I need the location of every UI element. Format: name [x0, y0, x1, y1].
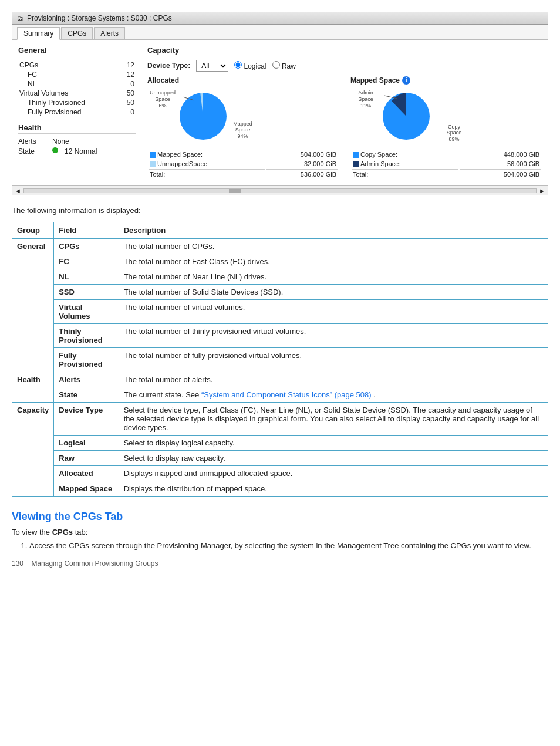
- mapped-space-title: Mapped Space i: [350, 76, 542, 85]
- vv-label: Virtual Volumes: [19, 89, 122, 97]
- fc-desc: The total number of Fast Class (FC) driv…: [119, 254, 548, 269]
- device-type-select[interactable]: All FC NL SSD: [196, 60, 228, 72]
- panel-title-text: Provisioning : Storage Systems : S030 : …: [27, 14, 172, 22]
- alerts-row: Alerts None: [18, 137, 136, 146]
- state-desc: The current state. See “System and Compo…: [119, 387, 548, 403]
- table-row: Capacity Device Type Select the device t…: [12, 403, 548, 436]
- nl-value: 0: [123, 80, 134, 88]
- vv-value: 50: [123, 89, 134, 97]
- legend-row: UnmappedSpace: 32.000 GiB: [149, 160, 338, 168]
- general-section-title: General: [18, 46, 136, 56]
- field-header: Field: [54, 222, 119, 239]
- scrollbar-track[interactable]: [23, 188, 537, 193]
- mapped-pie-label-right: CopySpace89%: [438, 124, 470, 143]
- cpgs-field: CPGs: [54, 239, 119, 254]
- raw-desc: Select to display raw capacity.: [119, 451, 548, 466]
- page-text: Managing Common Provisioning Groups: [31, 559, 158, 568]
- health-section: Health Alerts None State 12 Normal: [18, 123, 136, 156]
- ssd-field: SSD: [54, 285, 119, 300]
- alerts-label: Alerts: [18, 137, 48, 146]
- page-number: 130: [12, 559, 23, 568]
- table-row: NL The total number of Near Line (NL) dr…: [12, 269, 548, 285]
- state-field: State: [54, 387, 119, 403]
- screenshot-panel: 🗂 Provisioning : Storage Systems : S030 …: [12, 12, 548, 195]
- table-row: Thinly Provisioned 50: [19, 99, 134, 107]
- panel-scrollbar[interactable]: ◄ ►: [12, 185, 548, 195]
- vv-desc: The total number of virtual volumes.: [119, 300, 548, 324]
- mapped-pie-wrapper: AdminSpace11% CopySpace89%: [350, 87, 444, 146]
- logical-desc: Select to display logical capacity.: [119, 436, 548, 451]
- table-row: FC 12: [19, 70, 134, 79]
- tab-cpgs[interactable]: CPGs: [61, 27, 93, 39]
- mapped-space-chart-section: Mapped Space i AdminSpace11%: [350, 76, 542, 180]
- total-row: Total: 504.000 GiB: [352, 169, 541, 178]
- fc-field: FC: [54, 254, 119, 269]
- logical-radio-label[interactable]: Logical: [234, 61, 266, 70]
- panel-title-icon: 🗂: [17, 15, 23, 22]
- tab-summary[interactable]: Summary: [17, 27, 60, 40]
- general-table: CPGs 12 FC 12 NL 0 Virtual Volumes 50 Th…: [18, 60, 136, 117]
- total-row: Total: 536.000 GiB: [149, 169, 338, 178]
- tp-label: Thinly Provisioned: [19, 99, 122, 107]
- health-group-cell: Health: [12, 372, 54, 403]
- legend-row: Copy Space: 448.000 GiB: [352, 150, 541, 158]
- fp-field: Fully Provisioned: [54, 348, 119, 372]
- cpgs-value: 12: [123, 61, 134, 69]
- allocated-pie-wrapper: UnmappedSpace6%: [147, 87, 241, 146]
- table-row: State The current state. See “System and…: [12, 387, 548, 403]
- allocated-chart-section: Allocated UnmappedSpace6%: [147, 76, 339, 180]
- allocated-pie-label-right: MappedSpace94%: [227, 121, 259, 140]
- state-row: State 12 Normal: [18, 147, 136, 156]
- device-type-label: Device Type:: [147, 62, 190, 70]
- alerts-desc: The total number of alerts.: [119, 372, 548, 387]
- admin-color-swatch: [353, 161, 359, 167]
- device-type-desc: Select the device type, Fast Class (FC),…: [119, 403, 548, 436]
- state-label: State: [18, 147, 48, 156]
- mapped-value: 504.000 GiB: [266, 150, 338, 158]
- admin-value: 56.000 GiB: [460, 160, 541, 168]
- table-row: Virtual Volumes 50: [19, 89, 134, 97]
- scroll-left-arrow[interactable]: ◄: [15, 187, 21, 194]
- allocated-pie-label-left: UnmappedSpace6%: [147, 90, 178, 109]
- raw-radio-label[interactable]: Raw: [272, 61, 296, 70]
- table-row: Health Alerts The total number of alerts…: [12, 372, 548, 387]
- vv-field: Virtual Volumes: [54, 300, 119, 324]
- alerts-value: None: [52, 137, 69, 146]
- tab-alerts[interactable]: Alerts: [94, 27, 125, 39]
- allocated-desc: Displays mapped and unmapped allocated s…: [119, 466, 548, 481]
- table-header-row: Group Field Description: [12, 222, 548, 239]
- table-row: SSD The total number of Solid State Devi…: [12, 285, 548, 300]
- fc-value: 12: [123, 70, 134, 79]
- copy-value: 448.000 GiB: [460, 150, 541, 158]
- allocated-pie-chart: [177, 90, 230, 143]
- allocated-legend: Mapped Space: 504.000 GiB UnmappedSpace:…: [147, 149, 339, 180]
- ssd-desc: The total number of Solid State Devices …: [119, 285, 548, 300]
- capacity-section-title: Capacity: [147, 46, 542, 56]
- table-row: FC The total number of Fast Class (FC) d…: [12, 254, 548, 269]
- steps-list: Access the CPGs screen through the Provi…: [29, 541, 548, 550]
- table-row: Logical Select to display logical capaci…: [12, 436, 548, 451]
- table-row: Virtual Volumes The total number of virt…: [12, 300, 548, 324]
- table-row: Allocated Displays mapped and unmapped a…: [12, 466, 548, 481]
- logical-raw-radio-group: Logical Raw: [234, 61, 296, 70]
- logical-radio[interactable]: [234, 61, 242, 69]
- tp-field: Thinly Provisioned: [54, 324, 119, 348]
- raw-field: Raw: [54, 451, 119, 466]
- mapped-legend: Copy Space: 448.000 GiB Admin Space: 56.…: [350, 149, 542, 180]
- description-header: Description: [119, 222, 548, 239]
- cpgs-label: CPGs: [19, 61, 122, 69]
- state-link[interactable]: “System and Component Status Icons” (pag…: [201, 390, 372, 399]
- health-section-title: Health: [18, 123, 136, 134]
- tp-desc: The total number of thinly provisioned v…: [119, 324, 548, 348]
- raw-radio[interactable]: [272, 61, 280, 69]
- scroll-right-arrow[interactable]: ►: [539, 187, 545, 194]
- unmapped-value: 32.000 GiB: [266, 160, 338, 168]
- table-row: CPGs 12: [19, 61, 134, 69]
- panel-left-section: General CPGs 12 FC 12 NL 0 Virtual Volum…: [18, 46, 136, 180]
- table-row: Mapped Space Displays the distribution o…: [12, 481, 548, 497]
- table-row: General CPGs The total number of CPGs.: [12, 239, 548, 254]
- copy-color-swatch: [353, 152, 359, 158]
- cpgs-bold: CPGs: [52, 528, 73, 536]
- general-group-cell: General: [12, 239, 54, 372]
- table-row: Fully Provisioned 0: [19, 108, 134, 116]
